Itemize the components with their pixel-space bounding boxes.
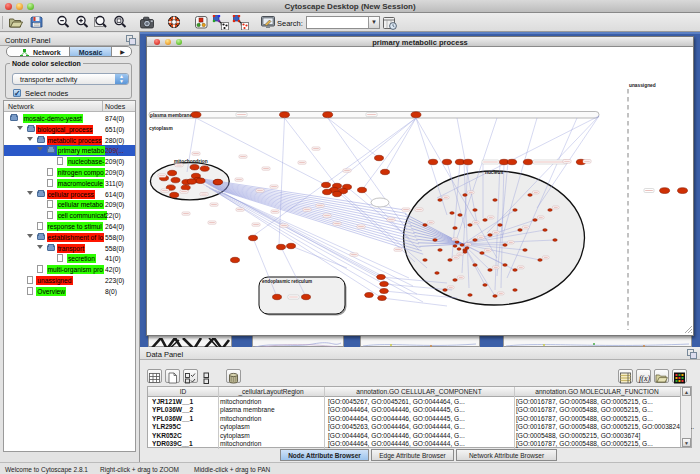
svg-text:unassigned: unassigned — [629, 83, 656, 88]
svg-text:mitochondrion: mitochondrion — [174, 159, 208, 164]
svg-text:plasma membrane: plasma membrane — [150, 113, 192, 118]
svg-text:cytoplasm: cytoplasm — [149, 126, 173, 131]
svg-text:f(x): f(x) — [639, 374, 650, 383]
svg-text:endoplasmic reticulum: endoplasmic reticulum — [262, 279, 312, 284]
svg-text:nucleus: nucleus — [485, 170, 503, 175]
